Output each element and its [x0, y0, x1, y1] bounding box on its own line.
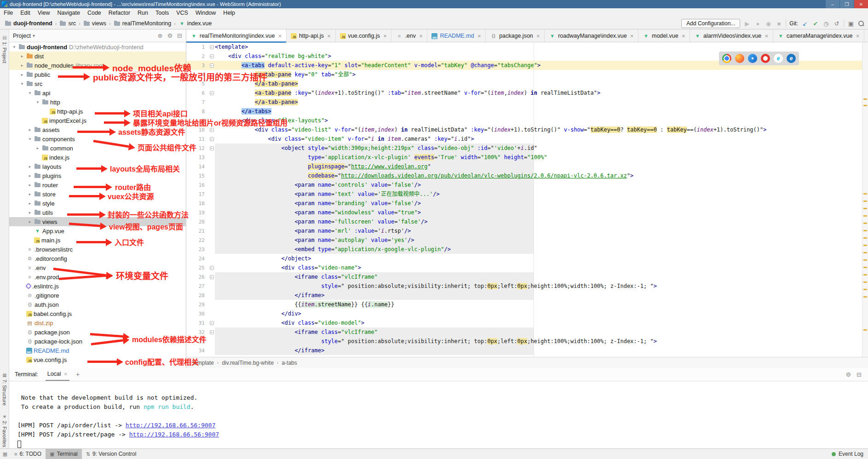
tree-item-dist.zip[interactable]: ▤dist.zip	[9, 318, 186, 327]
chevron-down-icon[interactable]: ▾	[19, 81, 25, 86]
menu-item-code[interactable]: Code	[84, 8, 105, 17]
close-icon[interactable]: ✕	[64, 372, 68, 377]
opera-browser-icon[interactable]	[761, 54, 770, 63]
terminal-tab-local[interactable]: Local ✕	[46, 368, 69, 381]
run-anything-icon[interactable]: ▣	[847, 20, 855, 27]
close-tab-icon[interactable]: ✕	[327, 34, 331, 39]
gear-icon[interactable]: ⚙	[167, 32, 172, 39]
tree-item-http-api.js[interactable]: JShttp-api.js	[9, 107, 186, 116]
editor-tab-alarmVideos-index.vue[interactable]: ▼alarmVideos\index.vue✕	[690, 29, 773, 42]
tree-item-api[interactable]: ▾api	[9, 88, 186, 98]
breadcrumb-item-index.vue[interactable]: ▼index.vue	[178, 20, 212, 27]
tree-item-common[interactable]: ▸common	[9, 143, 186, 153]
tree-item-node_modules[interactable]: ▸node_modules library root	[9, 61, 186, 70]
tree-item-App.vue[interactable]: ▼App.vue	[9, 226, 186, 235]
run-icon[interactable]: ▶	[743, 20, 751, 27]
menu-item-edit[interactable]: Edit	[17, 8, 34, 17]
tree-item-duoji-frontend[interactable]: ▾duoji-frontend D:\zheheWeb\duoji-fronte…	[9, 42, 186, 52]
terminal-output[interactable]: Note that the development build is not o…	[9, 381, 868, 448]
editor-tab-.env[interactable]: ≡.env✕	[391, 29, 427, 42]
chevron-right-icon[interactable]: ▸	[27, 183, 33, 187]
git-update-icon[interactable]: ↙	[801, 20, 809, 27]
chevron-right-icon[interactable]: ▸	[27, 201, 33, 206]
tree-item-dist[interactable]: ▸dist	[9, 52, 186, 61]
menu-item-window[interactable]: Window	[192, 8, 219, 17]
fold-marker-icon[interactable]: −	[210, 45, 214, 49]
add-configuration-button[interactable]: Add Configuration...	[681, 19, 740, 28]
ie-browser-icon[interactable]: e	[774, 54, 783, 63]
close-tab-icon[interactable]: ✕	[536, 34, 540, 39]
tree-item-.browserslistrc[interactable]: ≡.browserslistrc	[9, 245, 186, 254]
editor-tab-realTimeMonitoring-index.vue[interactable]: ▼realTimeMonitoring\index.vue✕	[186, 29, 287, 42]
chrome-browser-icon[interactable]	[722, 54, 731, 63]
fold-marker-icon[interactable]: −	[210, 63, 214, 68]
menu-item-vcs[interactable]: VCS	[172, 8, 192, 17]
tree-item-auth.json[interactable]: { }auth.json	[9, 300, 186, 309]
breadcrumb-item-views[interactable]: views	[82, 20, 106, 27]
tree-item-router[interactable]: ▸router	[9, 180, 186, 189]
fold-marker-icon[interactable]: −	[210, 137, 214, 141]
search-everywhere-icon[interactable]	[858, 20, 864, 27]
tree-item-.gitignore[interactable]: ⊘.gitignore	[9, 291, 186, 300]
chevron-right-icon[interactable]: ▸	[27, 173, 33, 178]
locate-icon[interactable]: ⊕	[158, 32, 163, 39]
hide-panel-icon[interactable]: ⊟	[177, 32, 182, 39]
minimize-panel-icon[interactable]: ⊟	[857, 371, 862, 378]
code-editor[interactable]: 1−<template>2− <div class="realTime bg-w…	[186, 42, 868, 357]
chevron-right-icon[interactable]: ▸	[27, 210, 33, 215]
firefox-browser-icon[interactable]	[735, 54, 744, 63]
editor-tab-model.vue[interactable]: ▼model.vue✕	[638, 29, 690, 42]
fold-marker-icon[interactable]: −	[210, 54, 214, 58]
tree-item-main.js[interactable]: JSmain.js	[9, 235, 186, 245]
tree-item-babel.config.js[interactable]: JSbabel.config.js	[9, 309, 186, 318]
editor-tab-package.json[interactable]: { }package.json✕	[486, 29, 545, 42]
tree-item-views[interactable]: ▸views	[9, 217, 186, 226]
tree-item-components[interactable]: ▾components	[9, 134, 186, 143]
editor-breadcrumb-a-tabs[interactable]: a-tabs	[282, 360, 297, 366]
chevron-right-icon[interactable]: ▸	[19, 63, 25, 68]
tree-item-src[interactable]: ▾src	[9, 79, 186, 88]
fold-marker-icon[interactable]: −	[210, 330, 214, 334]
maximize-button[interactable]: ❐	[840, 0, 854, 8]
status-item-Terminal[interactable]: ▣Terminal	[46, 449, 82, 459]
editor-breadcrumb-template[interactable]: template	[193, 360, 214, 366]
tree-item-vue.config.js[interactable]: JSvue.config.js	[9, 355, 186, 364]
project-panel-title[interactable]: Project	[13, 33, 31, 39]
tree-item-.env.prod[interactable]: ≡.env.prod	[9, 272, 186, 281]
history-icon[interactable]: ◷	[822, 20, 830, 27]
fold-marker-icon[interactable]: −	[210, 91, 214, 95]
new-terminal-icon[interactable]: +	[76, 371, 80, 378]
rollback-icon[interactable]: ↺	[833, 20, 840, 27]
close-tab-icon[interactable]: ✕	[278, 34, 282, 39]
menu-item-file[interactable]: File	[0, 8, 17, 17]
tree-item-plugins[interactable]: ▸plugins	[9, 171, 186, 180]
tool-window-project[interactable]: ▤ 1: Project	[0, 35, 9, 63]
chevron-right-icon[interactable]: ▸	[19, 72, 25, 77]
tree-item-README.md[interactable]: MDREADME.md	[9, 346, 186, 355]
debug-icon[interactable]: ●	[754, 20, 761, 27]
close-tab-icon[interactable]: ✕	[419, 34, 423, 39]
editor-tab-vue.config.js[interactable]: JSvue.config.js✕	[336, 29, 392, 42]
stop-icon[interactable]: ■	[775, 20, 782, 27]
close-button[interactable]: ✕	[854, 0, 868, 8]
editor-tab-roadwayManage-index.vue[interactable]: ▼roadwayManage\index.vue✕	[545, 29, 638, 42]
chevron-right-icon[interactable]: ▸	[34, 146, 41, 150]
safari-browser-icon[interactable]	[748, 54, 757, 63]
fold-marker-icon[interactable]: −	[210, 321, 214, 325]
breadcrumb-item-duoji-frontend[interactable]: duoji-frontend	[4, 20, 52, 27]
tree-item-.env[interactable]: ≡.env	[9, 263, 186, 272]
tree-item-layouts[interactable]: ▸layouts	[9, 162, 186, 171]
tree-item-assets[interactable]: ▸assets	[9, 125, 186, 134]
menu-item-run[interactable]: Run	[134, 8, 152, 17]
chevron-right-icon[interactable]: ▸	[27, 164, 33, 169]
menu-item-help[interactable]: Help	[219, 8, 239, 17]
fold-marker-icon[interactable]: −	[210, 128, 214, 132]
editor-tab-cameraManage-index.vue[interactable]: ▼cameraManage\index.vue✕	[773, 29, 864, 42]
tree-item-.editorconfig[interactable]: ⚙.editorconfig	[9, 254, 186, 263]
tree-item-package.json[interactable]: { }package.json	[9, 327, 186, 337]
editor-breadcrumb-div.realTime.bg-white[interactable]: div.realTime.bg-white	[222, 360, 274, 366]
menu-item-refactor[interactable]: Refactor	[105, 8, 134, 17]
breadcrumb-item-src[interactable]: src	[58, 20, 76, 27]
tree-item-importExcel.js[interactable]: JSimportExcel.js	[9, 116, 186, 125]
close-tab-icon[interactable]: ✕	[765, 34, 768, 39]
